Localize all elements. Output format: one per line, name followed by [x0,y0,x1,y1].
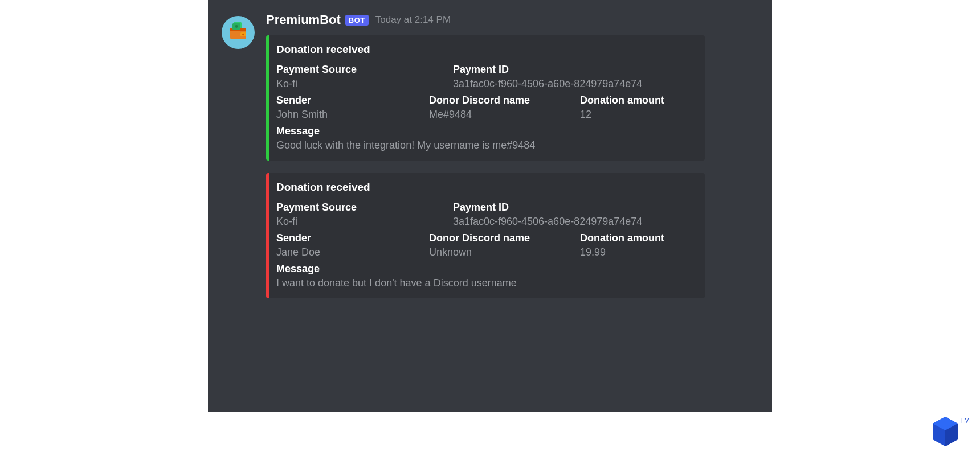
brand-corner: TM [933,417,970,446]
field-message: Message I want to donate but I don't hav… [276,263,695,289]
embed-title: Donation received [276,181,695,194]
field-payment-source: Payment Source Ko-fi [276,64,453,90]
field-label: Message [276,125,695,137]
author-name[interactable]: PremiumBot [266,13,341,27]
field-value: John Smith [276,109,429,121]
field-donor-discord-name: Donor Discord name Unknown [429,232,580,258]
field-value: Good luck with the integration! My usern… [276,139,695,151]
field-sender: Sender John Smith [276,94,429,121]
field-payment-id: Payment ID 3a1fac0c-f960-4506-a60e-82497… [453,202,695,228]
timestamp: Today at 2:14 PM [375,14,451,26]
field-label: Sender [276,94,429,106]
field-label: Payment Source [276,202,453,213]
message-body: PremiumBot BOT Today at 2:14 PM Donation… [266,13,755,311]
field-value: Ko-fi [276,216,453,228]
embed-donation-green: Donation received Payment Source Ko-fi P… [266,35,705,161]
svg-point-6 [235,25,238,28]
field-value: 12 [580,109,695,121]
wallet-icon [227,21,250,44]
field-value: Me#9484 [429,109,580,121]
field-value: Unknown [429,246,580,258]
field-value: Jane Doe [276,246,429,258]
embed-row: Sender John Smith Donor Discord name Me#… [276,94,695,121]
field-label: Payment ID [453,202,695,213]
message: PremiumBot BOT Today at 2:14 PM Donation… [222,13,755,311]
field-label: Payment Source [276,64,453,76]
message-header: PremiumBot BOT Today at 2:14 PM [266,13,755,27]
avatar[interactable] [222,16,255,49]
field-donor-discord-name: Donor Discord name Me#9484 [429,94,580,121]
trademark-text: TM [960,417,970,425]
embed-row: Payment Source Ko-fi Payment ID 3a1fac0c… [276,64,695,90]
field-value: I want to donate but I don't have a Disc… [276,277,695,289]
field-label: Sender [276,232,429,244]
field-value: 3a1fac0c-f960-4506-a60e-824979a74e74 [453,78,695,90]
embed-title: Donation received [276,43,695,56]
embed-row: Payment Source Ko-fi Payment ID 3a1fac0c… [276,202,695,228]
field-value: Ko-fi [276,78,453,90]
field-value: 3a1fac0c-f960-4506-a60e-824979a74e74 [453,216,695,228]
field-label: Donation amount [580,94,695,106]
field-donation-amount: Donation amount 19.99 [580,232,695,258]
field-label: Donation amount [580,232,695,244]
field-label: Payment ID [453,64,695,76]
field-label: Donor Discord name [429,232,580,244]
svg-point-3 [242,34,244,36]
embed-donation-red: Donation received Payment Source Ko-fi P… [266,173,705,298]
bot-badge: BOT [345,15,369,26]
field-label: Message [276,263,695,275]
field-sender: Sender Jane Doe [276,232,429,258]
field-payment-source: Payment Source Ko-fi [276,202,453,228]
brand-logo-icon [933,417,958,446]
field-label: Donor Discord name [429,94,580,106]
discord-message-panel: PremiumBot BOT Today at 2:14 PM Donation… [208,0,772,412]
field-payment-id: Payment ID 3a1fac0c-f960-4506-a60e-82497… [453,64,695,90]
field-value: 19.99 [580,246,695,258]
embed-row: Sender Jane Doe Donor Discord name Unkno… [276,232,695,258]
field-message: Message Good luck with the integration! … [276,125,695,151]
field-donation-amount: Donation amount 12 [580,94,695,121]
